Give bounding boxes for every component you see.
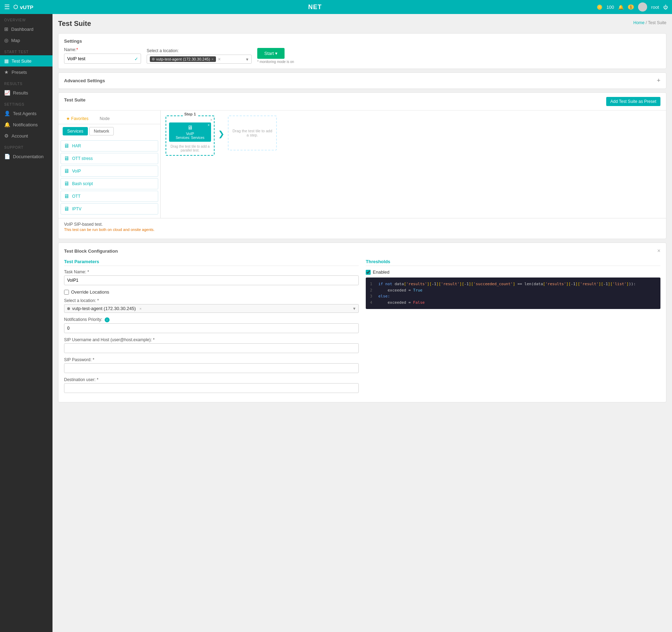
list-item[interactable]: 🖥 OTT stress — [61, 153, 158, 164]
filter-services-btn[interactable]: Services — [63, 127, 88, 135]
service-tile-voip[interactable]: × 🖥 VoIP Services: Services — [169, 122, 211, 142]
chevron-down-icon[interactable]: ▾ — [246, 57, 248, 62]
sidebar-label-account: Account — [12, 133, 28, 139]
thresholds-panel: Thresholds Enabled 1 if not data['result… — [366, 259, 660, 397]
dropdown-arrow-icon[interactable]: ▾ — [275, 51, 278, 56]
threshold-enabled-label: Enabled — [373, 269, 390, 275]
config-location-select[interactable]: vutp-test-agent (172.30.30.245) × ▾ — [64, 304, 359, 313]
sidebar-item-account[interactable]: ⚙ Account — [0, 130, 52, 141]
check-icon: ✓ — [134, 56, 138, 61]
step-arrow-icon: ❯ — [218, 129, 224, 139]
threshold-enabled-checkbox[interactable] — [366, 270, 371, 275]
destination-user-input[interactable] — [64, 383, 359, 393]
power-icon[interactable]: ⏻ — [663, 5, 668, 10]
filter-btns: Services Network — [58, 124, 160, 138]
threshold-enabled-row: Enabled — [366, 269, 660, 275]
step1-box: Step 1 × × 🖥 VoIP Services: Services Dra… — [166, 115, 215, 156]
sidebar-section-results: RESULTS — [0, 78, 52, 87]
notifications-priority-label: Notifications Priority: i — [64, 317, 359, 322]
presets-icon: ★ — [4, 69, 9, 75]
tests-panel: ★ Favorites Node Services Network 🖥 HAR … — [58, 111, 161, 218]
sidebar-label-notifications: Notifications — [13, 122, 38, 127]
hamburger-icon[interactable]: ☰ — [4, 3, 10, 11]
clear-location-icon[interactable]: × — [218, 56, 221, 62]
config-body: Test Parameters Task Name: * Override Lo… — [64, 259, 660, 397]
avatar[interactable] — [638, 2, 647, 12]
sidebar-section-start-test: START TEST — [0, 46, 52, 55]
settings-card: Settings Name:* ✓ Select a location: vut… — [58, 33, 666, 69]
destination-user-label: Destination user: * — [64, 377, 359, 382]
sip-username-input[interactable] — [64, 343, 359, 353]
agent-dot — [67, 307, 70, 310]
step1-close-icon[interactable]: × — [210, 118, 212, 122]
config-close-icon[interactable]: × — [657, 248, 660, 254]
list-item[interactable]: 🖥 OTT — [61, 191, 158, 202]
sidebar: OVERVIEW ⊞ Dashboard ◎ Map START TEST ▦ … — [0, 14, 52, 632]
list-item[interactable]: 🖥 HAR — [61, 140, 158, 152]
list-item[interactable]: 🖥 Bash script — [61, 178, 158, 189]
map-icon: ◎ — [4, 37, 8, 43]
config-location-chevron[interactable]: ▾ — [353, 306, 356, 311]
credits-icon: 🪙 — [597, 5, 602, 10]
config-header: Test Block Configuration × — [64, 248, 660, 254]
config-tag-close[interactable]: × — [139, 307, 141, 311]
code-line-2: 2 exceeded = True — [370, 287, 656, 294]
sidebar-item-results[interactable]: 📈 Results — [0, 87, 52, 98]
code-line-4: 4 exceeded = False — [370, 300, 656, 306]
monitor-icon: 🖥 — [64, 168, 69, 174]
sidebar-label-map: Map — [11, 38, 20, 43]
override-locations-checkbox[interactable] — [64, 290, 69, 295]
tile-close-icon[interactable]: × — [208, 123, 210, 127]
tab-favorites[interactable]: ★ Favorites — [63, 114, 92, 124]
breadcrumb-home[interactable]: Home — [633, 20, 644, 25]
sidebar-item-notifications[interactable]: 🔔 Notifications — [0, 119, 52, 130]
monitoring-note: * monitoring mode is on — [257, 60, 294, 64]
sidebar-item-map[interactable]: ◎ Map — [0, 35, 52, 46]
tag-close-icon[interactable]: × — [211, 57, 214, 61]
tile-subtitle: Services: Services — [172, 136, 208, 140]
sidebar-item-dashboard[interactable]: ⊞ Dashboard — [0, 23, 52, 35]
line-num-1: 1 — [370, 281, 376, 287]
breadcrumb-current: Test Suite — [648, 20, 666, 25]
sidebar-label-dashboard: Dashboard — [11, 27, 34, 32]
credits-count: 100 — [607, 5, 614, 10]
filter-network-btn[interactable]: Network — [89, 127, 114, 135]
list-item[interactable]: 🖥 IPTV — [61, 203, 158, 215]
advanced-settings-card[interactable]: Advanced Settings + — [58, 72, 666, 89]
bell-icon[interactable]: 🔔 — [618, 5, 624, 10]
name-label: Name:* — [64, 47, 141, 52]
sidebar-item-documentation[interactable]: 📄 Documentation — [0, 151, 52, 162]
sidebar-label-results: Results — [13, 90, 28, 96]
start-btn-label: Start — [264, 51, 274, 56]
config-location-field: Select a location: * vutp-test-agent (17… — [64, 298, 359, 313]
monitor-icon: 🖥 — [64, 143, 69, 149]
sidebar-label-test-suite: Test Suite — [12, 58, 31, 64]
add-preset-button[interactable]: Add Test Suite as Preset — [606, 97, 660, 106]
notifications-priority-input[interactable] — [64, 323, 359, 333]
list-item[interactable]: 🖥 VoIP — [61, 166, 158, 177]
settings-title: Settings — [64, 38, 660, 44]
sidebar-item-presets[interactable]: ★ Presets — [0, 66, 52, 78]
config-location-label: Select a location: * — [64, 298, 359, 303]
test-item-label: VoIP — [72, 169, 81, 174]
sidebar-item-test-agents[interactable]: 👤 Test Agents — [0, 108, 52, 119]
sip-password-input[interactable] — [64, 363, 359, 373]
task-name-input[interactable] — [64, 275, 359, 285]
step2-drag-hint: Drag the test tile to add a step. — [231, 129, 273, 137]
expand-advanced-icon[interactable]: + — [657, 77, 660, 84]
description-note: This test can be run both on cloud and o… — [64, 227, 660, 232]
config-agent-tag: vutp-test-agent (172.30.30.245) — [72, 306, 136, 311]
line-num-2: 2 — [370, 287, 376, 294]
sidebar-item-test-suite[interactable]: ▦ Test Suite — [0, 55, 52, 66]
override-locations-row: Override Locations — [64, 289, 359, 295]
name-input[interactable] — [64, 54, 141, 64]
sip-username-label: SIP Username and Host (user@host.example… — [64, 337, 359, 342]
steps-panel: Step 1 × × 🖥 VoIP Services: Services Dra… — [161, 111, 666, 218]
info-icon[interactable]: i — [105, 317, 110, 322]
tab-node[interactable]: Node — [96, 114, 113, 124]
test-item-label: OTT stress — [72, 156, 93, 161]
description-text: VoIP SIP-based test. — [64, 222, 660, 227]
start-button[interactable]: Start ▾ — [257, 48, 285, 59]
test-item-label: HAR — [72, 143, 81, 148]
location-wrap[interactable]: vutp-test-agent (172.30.30.245) × × ▾ — [147, 55, 252, 64]
